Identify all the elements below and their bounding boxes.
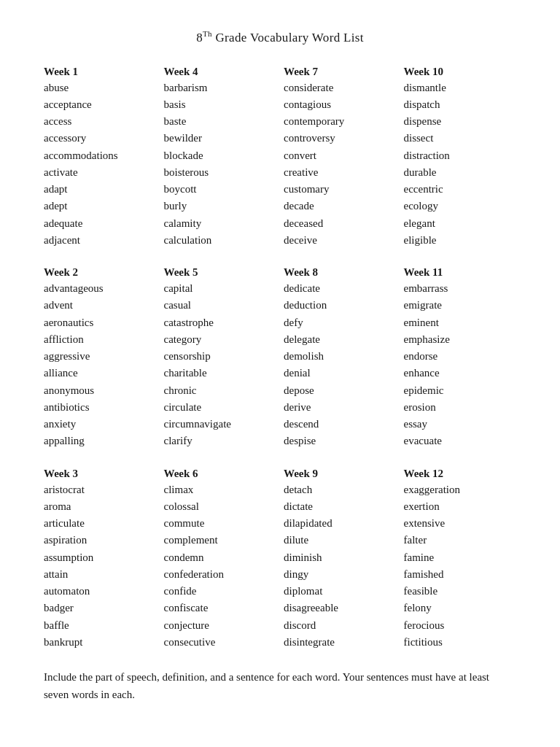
word-item: contemporary xyxy=(284,113,397,130)
word-item: contagious xyxy=(284,96,397,113)
word-item: erosion xyxy=(404,399,517,416)
word-item: commute xyxy=(164,515,277,532)
section-row1: Week 1abuseacceptanceaccessaccessoryacco… xyxy=(44,66,516,249)
week-label: Week 1 xyxy=(44,66,157,78)
word-item: creative xyxy=(284,164,397,181)
word-item: aroma xyxy=(44,498,157,515)
word-item: deceased xyxy=(284,215,397,232)
word-item: demolish xyxy=(284,348,397,365)
word-item: exaggeration xyxy=(404,481,517,498)
week-label: Week 2 xyxy=(44,266,157,279)
word-item: decade xyxy=(284,198,397,214)
column-week-9: Week 9detachdictatedilapidateddilutedimi… xyxy=(284,468,397,651)
word-item: acceptance xyxy=(44,96,157,113)
column-week-2: Week 2advantageousadventaeronauticsaffli… xyxy=(44,266,157,450)
week-label: Week 4 xyxy=(164,66,277,78)
word-item: burly xyxy=(164,198,277,214)
word-item: exertion xyxy=(404,498,517,515)
word-item: boisterous xyxy=(164,164,277,181)
word-item: fictitious xyxy=(404,634,517,651)
word-item: considerate xyxy=(284,80,397,96)
column-week-5: Week 5capitalcasualcatastrophecategoryce… xyxy=(164,266,277,450)
word-item: blockade xyxy=(164,147,277,164)
word-item: derive xyxy=(284,399,397,416)
word-item: bankrupt xyxy=(44,634,157,651)
word-item: eligible xyxy=(404,232,517,249)
word-item: convert xyxy=(284,147,397,164)
section-row2: Week 2advantageousadventaeronauticsaffli… xyxy=(44,266,516,450)
week-label: Week 10 xyxy=(404,66,517,78)
word-item: controversy xyxy=(284,130,397,147)
word-item: denial xyxy=(284,365,397,382)
word-item: casual xyxy=(164,297,277,314)
word-item: descend xyxy=(284,416,397,433)
week-label: Week 12 xyxy=(404,468,517,480)
word-item: customary xyxy=(284,181,397,198)
word-item: distraction xyxy=(404,147,517,164)
word-item: advent xyxy=(44,297,157,314)
word-item: epidemic xyxy=(404,382,517,399)
word-item: durable xyxy=(404,164,517,181)
word-item: diminish xyxy=(284,549,397,566)
word-item: conjecture xyxy=(164,617,277,634)
column-week-1: Week 1abuseacceptanceaccessaccessoryacco… xyxy=(44,66,157,249)
column-week-6: Week 6climaxcolossalcommutecomplementcon… xyxy=(164,468,277,651)
week-label: Week 8 xyxy=(284,266,397,279)
word-item: depose xyxy=(284,382,397,399)
word-item: endorse xyxy=(404,348,517,365)
word-item: emigrate xyxy=(404,297,517,314)
word-item: baffle xyxy=(44,617,157,634)
word-item: deduction xyxy=(284,297,397,314)
word-item: anxiety xyxy=(44,416,157,433)
word-item: complement xyxy=(164,532,277,549)
word-item: antibiotics xyxy=(44,399,157,416)
word-item: clarify xyxy=(164,433,277,449)
word-item: censorship xyxy=(164,348,277,365)
word-item: eccentric xyxy=(404,181,517,198)
word-item: disintegrate xyxy=(284,634,397,651)
week-label: Week 5 xyxy=(164,266,277,279)
word-item: aspiration xyxy=(44,532,157,549)
word-item: charitable xyxy=(164,365,277,382)
word-item: adapt xyxy=(44,181,157,198)
word-item: dilute xyxy=(284,532,397,549)
word-item: articulate xyxy=(44,515,157,532)
word-item: extensive xyxy=(404,515,517,532)
word-item: accessory xyxy=(44,130,157,147)
word-item: eminent xyxy=(404,314,517,331)
word-item: emphasize xyxy=(404,331,517,348)
week-label: Week 6 xyxy=(164,468,277,480)
word-item: confide xyxy=(164,583,277,600)
word-item: discord xyxy=(284,617,397,634)
word-item: dilapidated xyxy=(284,515,397,532)
word-item: consecutive xyxy=(164,634,277,651)
column-week-4: Week 4barbarismbasisbastebewilderblockad… xyxy=(164,66,277,249)
section-row3: Week 3aristocrataromaarticulateaspiratio… xyxy=(44,468,516,651)
word-item: famished xyxy=(404,566,517,583)
word-item: evacuate xyxy=(404,433,517,449)
word-item: bewilder xyxy=(164,130,277,147)
word-item: calculation xyxy=(164,232,277,249)
word-item: essay xyxy=(404,416,517,433)
word-item: deceive xyxy=(284,232,397,249)
word-item: falter xyxy=(404,532,517,549)
column-week-10: Week 10dismantledispatchdispensedissectd… xyxy=(404,66,517,249)
column-week-12: Week 12exaggerationexertionextensivefalt… xyxy=(404,468,517,651)
word-item: adjacent xyxy=(44,232,157,249)
word-item: boycott xyxy=(164,181,277,198)
word-item: ecology xyxy=(404,198,517,214)
word-item: elegant xyxy=(404,215,517,232)
word-item: condemn xyxy=(164,549,277,566)
word-item: felony xyxy=(404,600,517,616)
word-item: aeronautics xyxy=(44,314,157,331)
week-label: Week 9 xyxy=(284,468,397,480)
word-item: anonymous xyxy=(44,382,157,399)
word-item: dingy xyxy=(284,566,397,583)
word-item: dedicate xyxy=(284,280,397,297)
word-item: disagreeable xyxy=(284,600,397,616)
word-item: adept xyxy=(44,198,157,214)
word-item: appalling xyxy=(44,433,157,449)
word-item: alliance xyxy=(44,365,157,382)
word-item: confiscate xyxy=(164,600,277,616)
word-item: capital xyxy=(164,280,277,297)
